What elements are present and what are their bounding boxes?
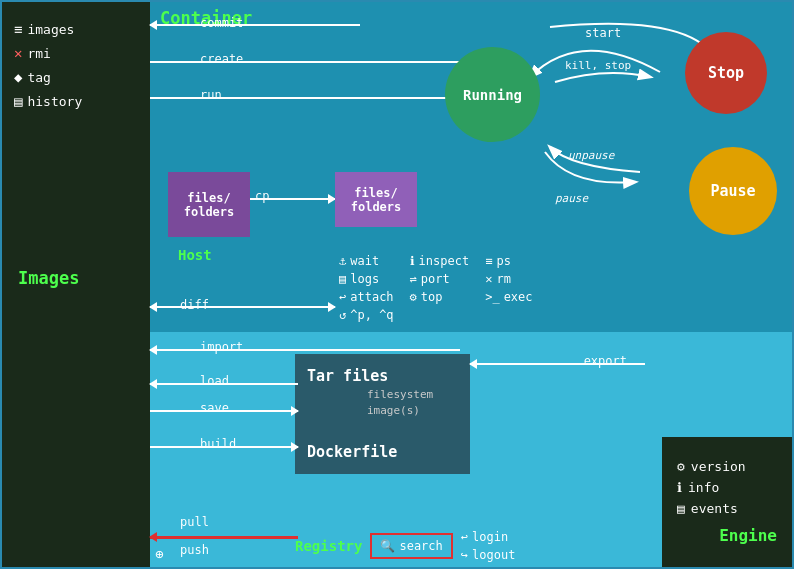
logout-icon: ↪ bbox=[461, 548, 468, 562]
events-icon: ▤ bbox=[677, 501, 685, 516]
tar-filesystem: filesystem bbox=[367, 388, 458, 401]
events-item: ▤ events bbox=[677, 501, 777, 516]
info-item: ℹ info bbox=[677, 480, 777, 495]
svg-text:pause: pause bbox=[555, 192, 589, 205]
host-label: Host bbox=[178, 247, 212, 263]
main-container: ≡ images ✕ rmi ◆ tag ▤ history Images Co… bbox=[0, 0, 794, 569]
bottom-section: import Tar files filesystem image(s) exp… bbox=[150, 332, 792, 567]
tar-files-title: Tar files bbox=[307, 367, 458, 385]
import-label: import bbox=[200, 340, 243, 354]
wait-cmd: ⚓ wait bbox=[339, 254, 394, 268]
login-logout-buttons: ↩ login ↪ logout bbox=[461, 530, 516, 562]
inspect-icon: ℹ bbox=[410, 254, 415, 268]
rm-icon: ✕ bbox=[485, 272, 492, 286]
cp-label: cp bbox=[255, 189, 269, 203]
engine-title: Engine bbox=[677, 526, 777, 545]
attach-icon: ↩ bbox=[339, 290, 346, 304]
list-icon: ≡ bbox=[14, 21, 22, 37]
save-arrow bbox=[150, 410, 298, 412]
inspect-cmd: ℹ inspect bbox=[410, 254, 470, 268]
engine-panel: ⚙ version ℹ info ▤ events Engine bbox=[662, 437, 792, 567]
images-section-title: Images bbox=[18, 268, 142, 288]
pause-state: Pause bbox=[689, 147, 777, 235]
version-item: ⚙ version bbox=[677, 459, 777, 474]
ctrlpq-cmd: ↺ ^p, ^q bbox=[339, 308, 394, 322]
dockerfile-title: Dockerfile bbox=[307, 443, 397, 461]
menu-item-tag[interactable]: ◆ tag bbox=[10, 65, 142, 89]
exec-icon: >_ bbox=[485, 290, 499, 304]
login-button[interactable]: ↩ login bbox=[461, 530, 516, 544]
port-cmd: ⇌ port bbox=[410, 272, 470, 286]
commit-label: commit bbox=[200, 16, 243, 30]
top-cmd: ⚙ top bbox=[410, 290, 470, 304]
login-icon: ↩ bbox=[461, 530, 468, 544]
commit-arrow bbox=[150, 24, 360, 26]
tag-icon: ◆ bbox=[14, 69, 22, 85]
build-arrow bbox=[150, 446, 298, 448]
running-state: Running bbox=[445, 47, 540, 142]
menu-item-rmi[interactable]: ✕ rmi bbox=[10, 41, 142, 65]
attach-cmd: ↩ attach bbox=[339, 290, 394, 304]
tar-files-panel: Tar files filesystem image(s) bbox=[295, 354, 470, 429]
logs-icon: ▤ bbox=[339, 272, 346, 286]
push-label: push bbox=[180, 543, 209, 557]
anchor-icon: ⊕ bbox=[155, 546, 163, 562]
rm-cmd: ✕ rm bbox=[485, 272, 532, 286]
svg-text:unpause: unpause bbox=[568, 149, 616, 162]
menu-item-history[interactable]: ▤ history bbox=[10, 89, 142, 113]
svg-text:start: start bbox=[585, 26, 621, 40]
diff-label: diff bbox=[180, 298, 209, 312]
logout-button[interactable]: ↪ logout bbox=[461, 548, 516, 562]
container-section: Container commit create run bbox=[150, 2, 792, 332]
exec-cmd: >_ exec bbox=[485, 290, 532, 304]
port-icon: ⇌ bbox=[410, 272, 417, 286]
ps-cmd: ≡ ps bbox=[485, 254, 532, 268]
search-icon: 🔍 bbox=[380, 539, 395, 553]
diff-arrow bbox=[150, 306, 335, 308]
ctrlpq-icon: ↺ bbox=[339, 308, 346, 322]
stop-state: Stop bbox=[685, 32, 767, 114]
host-files-box: files/folders bbox=[168, 172, 250, 237]
gear-icon: ⚙ bbox=[677, 459, 685, 474]
registry-buttons: 🔍 search bbox=[370, 533, 452, 559]
save-label: save bbox=[200, 401, 229, 415]
export-label: export bbox=[584, 354, 627, 368]
export-arrow bbox=[470, 363, 645, 365]
import-arrow bbox=[150, 349, 460, 351]
create-label: create bbox=[200, 52, 243, 66]
wait-icon: ⚓ bbox=[339, 254, 346, 268]
container-files-box: files/folders bbox=[335, 172, 417, 227]
pull-label: pull bbox=[180, 515, 209, 529]
load-arrow bbox=[150, 383, 298, 385]
info-icon: ℹ bbox=[677, 480, 682, 495]
menu-item-images[interactable]: ≡ images bbox=[10, 17, 142, 41]
build-label: build bbox=[200, 437, 236, 451]
history-icon: ▤ bbox=[14, 93, 22, 109]
commands-area: ⚓ wait ▤ logs ↩ attach ↺ ^p, ^q ℹ inspec… bbox=[335, 250, 787, 326]
main-area: Container commit create run bbox=[150, 2, 792, 567]
logs-cmd: ▤ logs bbox=[339, 272, 394, 286]
x-icon: ✕ bbox=[14, 45, 22, 61]
top-icon: ⚙ bbox=[410, 290, 417, 304]
registry-title: Registry bbox=[295, 538, 362, 554]
registry-area: Registry 🔍 search ↩ login ↪ logout bbox=[295, 530, 515, 562]
svg-text:kill, stop: kill, stop bbox=[565, 59, 631, 72]
tar-images: image(s) bbox=[367, 404, 458, 417]
load-label: load bbox=[200, 374, 229, 388]
left-panel: ≡ images ✕ rmi ◆ tag ▤ history Images bbox=[2, 2, 150, 567]
cp-arrow-line bbox=[250, 198, 335, 200]
dockerfile-panel: Dockerfile bbox=[295, 429, 470, 474]
ps-icon: ≡ bbox=[485, 254, 492, 268]
pull-arrow bbox=[150, 536, 298, 539]
search-button[interactable]: 🔍 search bbox=[380, 539, 442, 553]
run-label: run bbox=[200, 88, 222, 102]
